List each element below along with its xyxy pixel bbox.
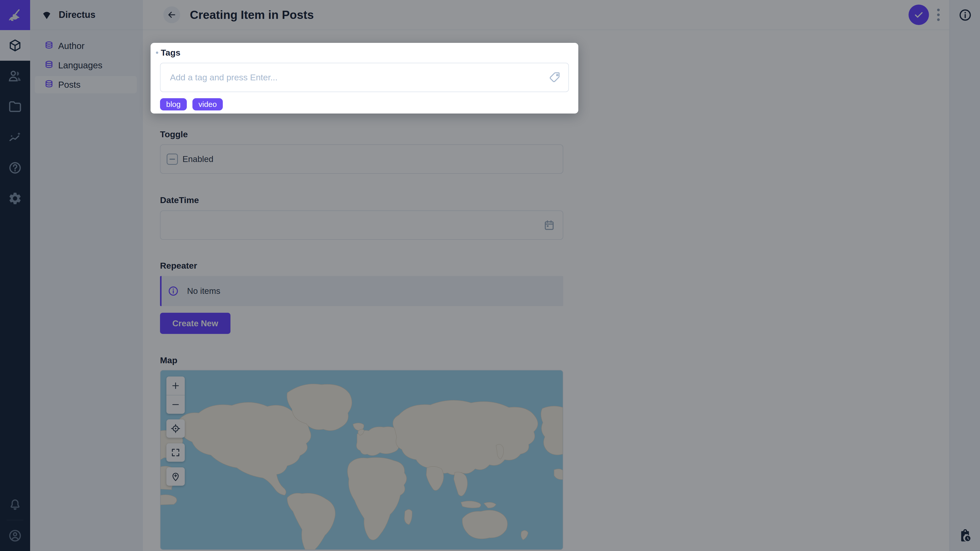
- tags-chip-list: blog video: [160, 98, 569, 110]
- tags-input[interactable]: [160, 63, 569, 92]
- tags-field-panel: Tags blog video: [151, 43, 578, 114]
- tags-input-wrap: [160, 63, 569, 92]
- tag-chip-video[interactable]: video: [192, 98, 223, 110]
- tags-label-row: Tags: [160, 48, 569, 58]
- tag-chip-blog[interactable]: blog: [160, 98, 187, 110]
- field-edited-dot: [156, 52, 158, 54]
- tags-field-label: Tags: [161, 48, 180, 58]
